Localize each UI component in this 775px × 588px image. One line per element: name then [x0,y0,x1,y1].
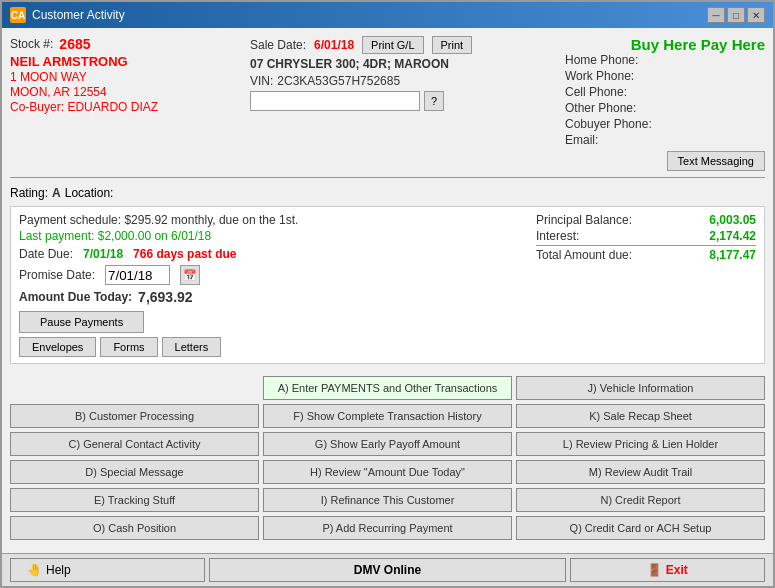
schedule-value: $295.92 monthly, due on the 1st. [124,213,298,227]
co-buyer-label: Co-Buyer: [10,100,64,114]
location-label: Location: [65,186,114,200]
amount-due-today-button[interactable]: H) Review "Amount Due Today" [263,460,512,484]
cell-phone-label: Cell Phone: [565,85,627,99]
phone-section: Buy Here Pay Here Home Phone: Work Phone… [565,36,765,171]
title-controls: ─ □ ✕ [707,7,765,23]
help-label: Help [46,563,71,577]
address2: MOON, AR 12554 [10,85,240,99]
date-due-row: Date Due: 7/01/18 766 days past due [19,247,526,261]
work-phone-row: Work Phone: [565,69,765,83]
ach-setup-button[interactable]: Q) Credit Card or ACH Setup [516,516,765,540]
customer-info: Stock #: 2685 NEIL ARMSTRONG 1 MOON WAY … [10,36,240,171]
enter-payments-button[interactable]: A) Enter PAYMENTS and Other Transactions [263,376,512,400]
refinance-button[interactable]: I) Refinance This Customer [263,488,512,512]
payment-schedule: Payment schedule: $295.92 monthly, due o… [19,213,526,227]
past-due-label: 766 days past due [133,247,236,261]
letters-button[interactable]: Letters [162,337,222,357]
top-section: Stock #: 2685 NEIL ARMSTRONG 1 MOON WAY … [10,36,765,171]
work-phone-label: Work Phone: [565,69,634,83]
promise-date-row: Promise Date: 📅 [19,265,526,285]
credit-report-button[interactable]: N) Credit Report [516,488,765,512]
date-due-label: Date Due: [19,247,73,261]
email-label: Email: [565,133,598,147]
print-button[interactable]: Print [432,36,473,54]
sale-date-row: Sale Date: 6/01/18 Print G/L Print [250,36,555,54]
question-button[interactable]: ? [424,91,444,111]
rating-row: Rating: A Location: [10,184,765,202]
rating-label: Rating: [10,186,48,200]
cell-phone-row: Cell Phone: [565,85,765,99]
tracking-stuff-button[interactable]: E) Tracking Stuff [10,488,259,512]
early-payoff-button[interactable]: G) Show Early Payoff Amount [263,432,512,456]
pause-payments-button[interactable]: Pause Payments [19,311,144,333]
help-icon: 🤚 [27,563,42,577]
customer-name: NEIL ARMSTRONG [10,54,240,69]
transaction-history-button[interactable]: F) Show Complete Transaction History [263,404,512,428]
rating-value: A [52,186,61,200]
cobuyer-phone-row: Cobuyer Phone: [565,117,765,131]
promise-date-input[interactable] [105,265,170,285]
envelopes-button[interactable]: Envelopes [19,337,96,357]
promise-date-label: Promise Date: [19,268,95,282]
last-payment-value: $2,000.00 on 6/01/18 [98,229,211,243]
calendar-button[interactable]: 📅 [180,265,200,285]
vin-row: VIN: 2C3KA53G57H752685 [250,74,555,88]
main-content: Stock #: 2685 NEIL ARMSTRONG 1 MOON WAY … [2,28,773,553]
cobuyer-phone-label: Cobuyer Phone: [565,117,652,131]
buy-here-label: Buy Here Pay Here [565,36,765,53]
dmv-button[interactable]: DMV Online [209,558,566,582]
principal-value: 6,003.05 [709,213,756,227]
co-buyer: Co-Buyer: EDUARDO DIAZ [10,100,240,114]
audit-trail-button[interactable]: M) Review Audit Trail [516,460,765,484]
home-phone-label: Home Phone: [565,53,638,67]
general-contact-button[interactable]: C) General Contact Activity [10,432,259,456]
title-bar-left: CA Customer Activity [10,7,125,23]
stock-label: Stock #: [10,37,53,51]
payment-section: Payment schedule: $295.92 monthly, due o… [10,206,765,364]
vehicle-description: 07 CHRYSLER 300; 4DR; MAROON [250,57,555,71]
customer-processing-button[interactable]: B) Customer Processing [10,404,259,428]
special-message-button[interactable]: D) Special Message [10,460,259,484]
sale-recap-button[interactable]: K) Sale Recap Sheet [516,404,765,428]
principal-label: Principal Balance: [536,213,632,227]
sale-date-value: 6/01/18 [314,38,354,52]
vehicle-info-button[interactable]: J) Vehicle Information [516,376,765,400]
exit-button[interactable]: 🚪 Exit [570,558,765,582]
print-gl-button[interactable]: Print G/L [362,36,423,54]
home-phone-row: Home Phone: [565,53,765,67]
total-row: Total Amount due: 8,177.47 [536,245,756,262]
review-pricing-button[interactable]: L) Review Pricing & Lien Holder [516,432,765,456]
nav-button-grid: A) Enter PAYMENTS and Other Transactions… [10,376,765,540]
exit-label: Exit [666,563,688,577]
address1: 1 MOON WAY [10,70,240,84]
action-buttons-row: Envelopes Forms Letters [19,337,526,357]
extra-input[interactable] [250,91,420,111]
vin-value: 2C3KA53G57H752685 [277,74,400,88]
recurring-payment-button[interactable]: P) Add Recurring Payment [263,516,512,540]
interest-value: 2,174.42 [709,229,756,243]
sale-date-label: Sale Date: [250,38,306,52]
forms-button[interactable]: Forms [100,337,157,357]
last-payment: Last payment: $2,000.00 on 6/01/18 [19,229,526,243]
help-button[interactable]: 🤚 Help [10,558,205,582]
other-phone-label: Other Phone: [565,101,636,115]
email-row: Email: [565,133,765,147]
divider-rating [10,177,765,178]
interest-row: Interest: 2,174.42 [536,229,756,243]
bottom-bar: 🤚 Help DMV Online 🚪 Exit [2,553,773,586]
text-messaging-button[interactable]: Text Messaging [667,151,765,171]
extra-input-row: ? [250,91,555,111]
other-phone-row: Other Phone: [565,101,765,115]
vin-label: VIN: [250,74,273,88]
stock-number: 2685 [59,36,90,52]
minimize-button[interactable]: ─ [707,7,725,23]
maximize-button[interactable]: □ [727,7,745,23]
close-button[interactable]: ✕ [747,7,765,23]
cash-position-button[interactable]: O) Cash Position [10,516,259,540]
total-value: 8,177.47 [709,248,756,262]
customer-activity-window: CA Customer Activity ─ □ ✕ Stock #: 2685… [0,0,775,588]
co-buyer-name: EDUARDO DIAZ [67,100,158,114]
last-payment-label: Last payment: [19,229,94,243]
app-icon: CA [10,7,26,23]
payment-balance-wrapper: Payment schedule: $295.92 monthly, due o… [19,213,756,357]
